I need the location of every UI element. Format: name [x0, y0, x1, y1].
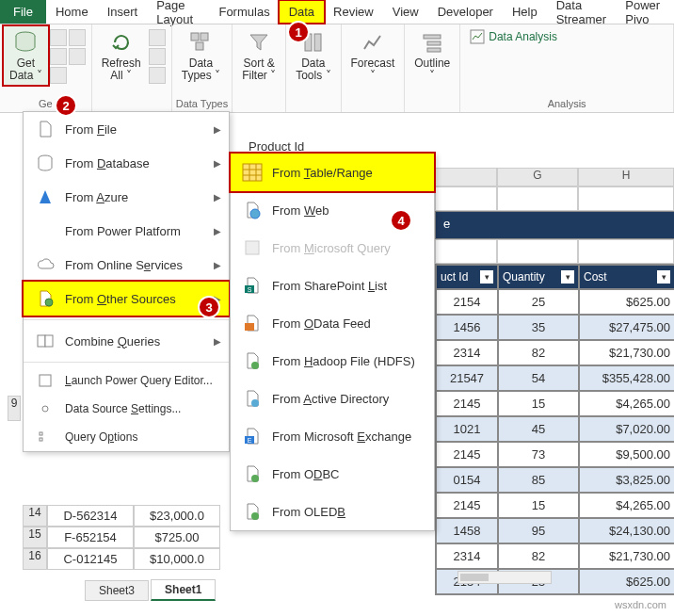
filter-icon[interactable]: ▾ [657, 270, 670, 284]
table-row[interactable]: 145635$27,475.00 [436, 315, 674, 340]
odbc-icon [240, 464, 265, 483]
menu-from-active-directory[interactable]: From Active Directory [231, 380, 434, 417]
tab-file[interactable]: File [0, 0, 46, 24]
power-platform-icon [33, 221, 57, 240]
database-icon [12, 29, 39, 56]
svg-rect-12 [38, 335, 45, 347]
menu-from-table-range[interactable]: From Table/Range [231, 154, 434, 191]
tab-developer[interactable]: Developer [428, 1, 503, 23]
queries-connections-icon[interactable] [149, 29, 166, 46]
refresh-all-button[interactable]: Refresh All ˅ [96, 26, 147, 85]
table-row[interactable]: 2154754$355,428.00 [436, 365, 674, 391]
th-cost[interactable]: Cost▾ [579, 265, 674, 289]
cell-16a[interactable]: C-012145 [47, 548, 134, 570]
tab-view[interactable]: View [383, 1, 428, 23]
svg-text:E: E [248, 437, 252, 444]
filter-icon[interactable]: ▾ [480, 270, 493, 284]
menu-from-oledb[interactable]: From OLEDB [231, 493, 434, 530]
row-header-14[interactable]: 14 [23, 505, 47, 527]
cloud-icon [33, 255, 57, 274]
sheet-tabs: Sheet3 Sheet1 [85, 579, 216, 601]
tab-formulas[interactable]: Formulas [209, 1, 279, 23]
tab-insert[interactable]: Insert [98, 1, 148, 23]
get-data-button[interactable]: Get Data ˅ [4, 26, 48, 85]
menu-data-source-settings[interactable]: Data Source Settings... [24, 395, 229, 423]
data-types-icon [187, 29, 214, 56]
sheet-tab-sheet3[interactable]: Sheet3 [85, 580, 149, 601]
svg-rect-16 [40, 432, 42, 435]
exchange-icon: E [240, 427, 265, 446]
tab-review[interactable]: Review [324, 1, 383, 23]
table-row[interactable]: 231482$21,730.00 [436, 340, 674, 365]
refresh-icon [108, 29, 135, 56]
formula-bar-value[interactable]: Product Id [249, 139, 304, 154]
menu-from-ms-query: From Microsoft Query [231, 229, 434, 267]
menu-from-power-platform[interactable]: From Power Platform▶ [24, 214, 229, 248]
oledb-icon [240, 502, 265, 521]
col-header-h[interactable]: H [578, 168, 674, 186]
horizontal-scrollbar[interactable] [457, 571, 552, 584]
tab-help[interactable]: Help [503, 1, 547, 23]
menu-from-file[interactable]: From File▶ [24, 112, 229, 146]
menu-from-database[interactable]: From Database▶ [24, 146, 229, 180]
azure-icon [33, 187, 57, 206]
menu-from-odata-feed[interactable]: From OData Feed [231, 304, 434, 342]
menu-combine-queries[interactable]: Combine Queries▶ [24, 324, 229, 358]
col-header-f[interactable] [435, 168, 497, 186]
cell-14a[interactable]: D-562314 [47, 505, 134, 527]
table-icon [240, 163, 265, 182]
from-text-csv-icon[interactable] [50, 29, 67, 46]
th-quantity[interactable]: Quantity▾ [498, 265, 579, 289]
table-row[interactable]: 214573$9,500.00 [436, 442, 674, 467]
data-types-button[interactable]: Data Types ˅ [176, 26, 226, 85]
data-analysis-button[interactable]: Data Analysis [464, 26, 563, 47]
properties-icon[interactable] [149, 48, 166, 65]
filter-icon[interactable]: ▾ [561, 270, 574, 284]
sharepoint-icon: S [240, 276, 265, 295]
combine-icon [33, 332, 57, 350]
menu-launch-power-query[interactable]: Launch Power Query Editor... [24, 366, 229, 395]
sort-filter-button[interactable]: Sort & Filter ˅ [236, 26, 281, 85]
other-sources-icon [33, 289, 57, 308]
table-row[interactable]: 102145$7,020.00 [436, 416, 674, 442]
menu-from-hdfs[interactable]: From Hadoop File (HDFS) [231, 342, 434, 380]
recent-sources-icon[interactable] [69, 29, 86, 46]
menu-from-odbc[interactable]: From ODBC [231, 455, 434, 493]
table-row[interactable]: 145895$24,130.00 [436, 518, 674, 543]
table-row[interactable]: 214515$4,265.00 [436, 493, 674, 518]
svg-rect-13 [45, 335, 53, 347]
col-header-g[interactable]: G [497, 168, 578, 186]
edit-links-icon[interactable] [149, 67, 166, 84]
menu-from-online-services[interactable]: From Online Services▶ [24, 248, 229, 282]
outline-icon [419, 29, 445, 56]
svg-rect-8 [427, 48, 441, 52]
table-row[interactable]: 015485$3,825.00 [436, 467, 674, 493]
tab-data[interactable]: Data [280, 1, 324, 23]
th-product-id[interactable]: uct Id▾ [436, 265, 498, 289]
cell-14b[interactable]: $23,000.0 [134, 505, 220, 527]
ribbon-tabs: File Home Insert Page Layout Formulas Da… [0, 0, 674, 24]
group-data-types: Data Types [176, 97, 228, 110]
forecast-button[interactable]: Forecast ˅ [345, 26, 401, 85]
cell-15a[interactable]: F-652154 [47, 527, 134, 548]
menu-query-options[interactable]: Query Options [24, 423, 229, 451]
sheet-tab-sheet1[interactable]: Sheet1 [151, 579, 216, 601]
from-web-icon[interactable] [50, 48, 67, 65]
menu-from-azure[interactable]: From Azure▶ [24, 180, 229, 214]
svg-rect-1 [191, 33, 199, 41]
outline-button[interactable]: Outline ˅ [409, 26, 456, 85]
row-header-16[interactable]: 16 [23, 548, 47, 570]
table-row[interactable]: 231482$21,730.00 [436, 543, 674, 569]
cell-16b[interactable]: $10,000.0 [134, 548, 220, 570]
table-row[interactable]: 214515$4,265.00 [436, 391, 674, 416]
cell-15b[interactable]: $725.00 [134, 527, 220, 548]
menu-from-sharepoint-list[interactable]: S From SharePoint List [231, 267, 434, 304]
table-row[interactable]: 215425$625.00 [436, 289, 674, 315]
row-header-15[interactable]: 15 [23, 527, 47, 548]
ms-query-icon [240, 238, 265, 257]
existing-connections-icon[interactable] [69, 48, 86, 65]
left-grid-fragment: 14D-562314$23,000.0 15F-652154$725.00 16… [23, 505, 220, 570]
tab-home[interactable]: Home [46, 1, 98, 23]
from-table-icon[interactable] [50, 67, 67, 84]
menu-from-exchange[interactable]: E From Microsoft Exchange [231, 417, 434, 455]
